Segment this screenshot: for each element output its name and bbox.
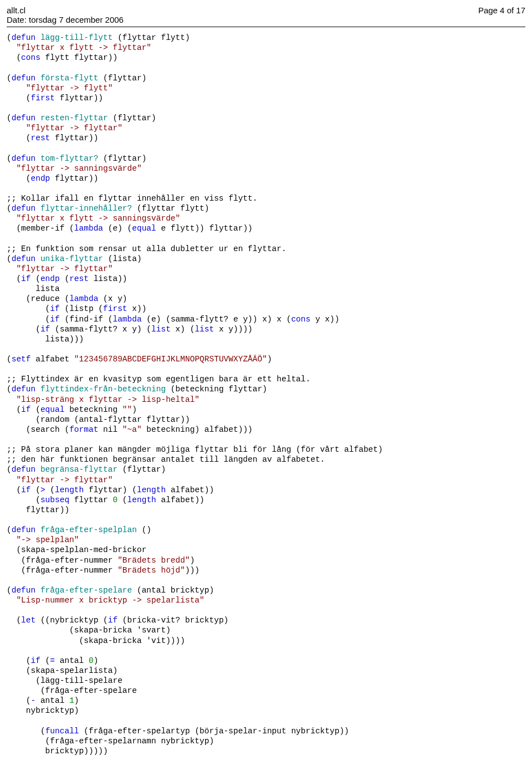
- page-header: allt.cl Date: torsdag 7 december 2006 Pa…: [7, 6, 525, 27]
- page-number: Page 4 of 17: [478, 6, 525, 24]
- file-name: allt.cl: [7, 6, 124, 15]
- print-date: Date: torsdag 7 december 2006: [7, 15, 124, 24]
- code-listing: (defun lägg-till-flytt (flyttar flytt) "…: [7, 33, 525, 756]
